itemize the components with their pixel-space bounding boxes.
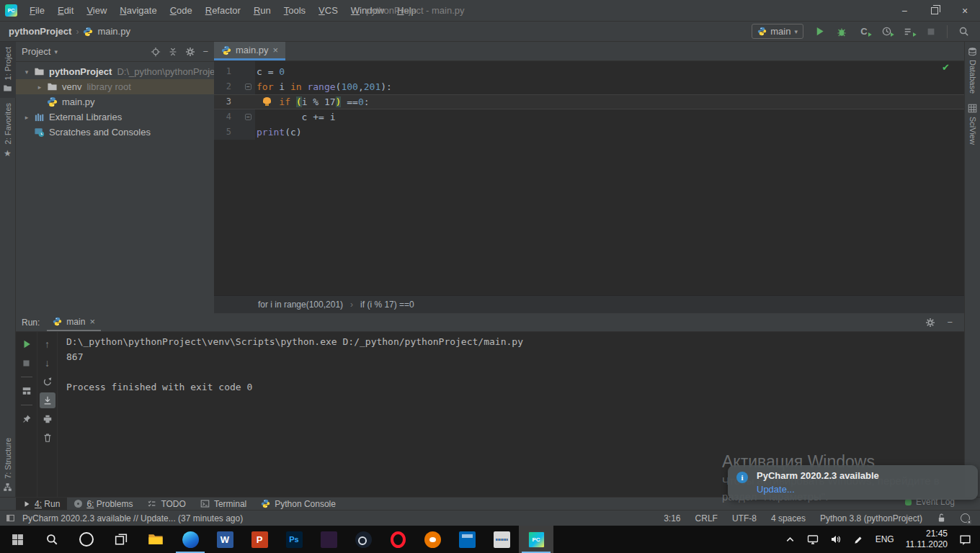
menu-run[interactable]: Run [247,0,277,21]
powerpoint-icon[interactable]: P [242,526,277,553]
restore-layout-button[interactable] [19,383,35,399]
tree-row-scratches[interactable]: Scratches and Consoles [16,125,214,140]
scroll-to-end-button[interactable] [40,392,55,408]
pycharm-taskbar-icon[interactable]: PC [519,526,553,553]
code-editor[interactable]: 1 c = 0 2− for i in range(100,201): 3 if… [214,61,964,295]
menu-navigate[interactable]: Navigate [113,0,163,21]
menu-file[interactable]: File [23,0,51,21]
menu-view[interactable]: View [80,0,113,21]
taskbar-search-icon[interactable] [35,526,69,553]
hide-panel-button[interactable]: − [202,46,208,57]
close-icon[interactable]: × [89,316,95,327]
chevron-right-icon[interactable]: ▸ [33,84,46,91]
coverage-button[interactable]: C [858,25,870,38]
audio-app-icon[interactable] [484,526,519,553]
clock-widget[interactable]: 21:45 11.11.2020 [906,529,948,550]
menu-tools[interactable]: Tools [277,0,312,21]
cortana-icon[interactable] [69,526,104,553]
clear-all-button[interactable] [40,430,55,446]
sidebar-item-sciview[interactable]: SciView [965,99,980,150]
intention-bulb-icon[interactable] [263,97,271,104]
tool-window-python-console[interactable]: Python Console [254,498,343,510]
sidebar-item-favorites[interactable]: 2: Favorites ★ [0,98,16,163]
blender-icon[interactable] [415,526,450,553]
run-tab-main[interactable]: main × [47,313,101,331]
tool-window-problems[interactable]: 6: Problems [67,498,140,510]
tree-row-main-py[interactable]: main.py [16,94,214,109]
caret-position-widget[interactable]: 3:16 [664,513,680,523]
close-icon[interactable]: × [273,45,279,55]
menu-code[interactable]: Code [164,0,199,21]
tool-window-todo[interactable]: TODO [140,498,192,510]
maximize-button[interactable] [919,0,950,22]
gear-icon[interactable] [925,318,935,328]
inspections-ok-icon[interactable]: ✔ [942,62,950,73]
edge-icon[interactable] [173,526,208,553]
hide-panel-button[interactable]: − [947,317,953,328]
line-ending-widget[interactable]: CRLF [695,513,718,523]
print-button[interactable] [40,411,55,427]
minimize-button[interactable]: − [889,0,919,22]
up-stack-trace-button[interactable]: ↑ [40,336,55,352]
menu-edit[interactable]: Edit [51,0,80,21]
tree-row-external-libraries[interactable]: ▸ External Libraries [16,109,214,125]
interpreter-widget[interactable]: Python 3.8 (pythonProject) [820,513,922,523]
down-stack-trace-button[interactable]: ↓ [40,355,55,371]
project-panel-title[interactable]: Project [22,46,50,57]
encoding-widget[interactable]: UTF-8 [732,513,757,523]
indent-widget[interactable]: 4 spaces [771,513,806,523]
photoshop-icon[interactable]: Ps [277,526,311,553]
editor-gutter[interactable]: 1 [214,64,255,79]
chevron-right-icon[interactable]: ▸ [20,114,33,121]
debug-button[interactable] [835,25,848,38]
start-button[interactable] [0,526,35,553]
tab-main-py[interactable]: main.py × [214,42,285,60]
chevron-down-icon[interactable]: ▾ [20,68,33,76]
run-button[interactable] [813,25,826,38]
tool-window-switcher-icon[interactable] [6,513,15,523]
breadcrumb-for-loop[interactable]: for i in range(100,201) [258,300,343,310]
soft-wrap-button[interactable] [40,374,55,390]
locate-file-button[interactable] [151,47,161,57]
lock-icon[interactable] [937,513,946,523]
stop-button[interactable] [19,355,35,371]
fold-marker-icon[interactable]: − [245,114,251,120]
pen-icon[interactable] [853,534,864,545]
update-link[interactable]: Update... [757,484,795,495]
sidebar-item-structure[interactable]: 7: Structure [0,433,16,497]
game-app-icon[interactable] [311,526,346,553]
tool-window-terminal[interactable]: Terminal [193,498,254,510]
breadcrumb-file[interactable]: main.py [97,26,130,37]
fold-marker-icon[interactable]: − [245,84,251,90]
breadcrumb-project[interactable]: pythonProject [9,26,71,37]
collapse-all-button[interactable] [168,47,178,57]
calculator-icon[interactable] [450,526,484,553]
tray-chevron-up-icon[interactable] [785,534,796,545]
tool-window-run[interactable]: 4: Run [16,498,67,510]
editor-gutter[interactable]: 3 [214,94,255,109]
code-with-me-icon[interactable] [961,513,970,523]
opera-icon[interactable] [380,526,415,553]
gear-icon[interactable] [185,47,195,57]
sidebar-item-database[interactable]: Database [965,42,980,99]
run-with-parameters-button[interactable] [902,25,915,38]
menu-refactor[interactable]: Refactor [199,0,247,21]
close-button[interactable]: × [950,0,980,22]
tree-row-project-root[interactable]: ▾ pythonProject D:\_python\pythonProject [16,64,214,79]
search-everywhere-button[interactable] [957,25,970,38]
network-icon[interactable] [807,534,819,545]
steam-icon[interactable] [346,526,380,553]
file-explorer-icon[interactable] [138,526,173,553]
sidebar-item-project[interactable]: 1: Project [0,42,16,98]
task-view-icon[interactable] [104,526,138,553]
stop-button[interactable] [925,25,937,38]
language-indicator[interactable]: ENG [876,534,894,544]
profiler-button[interactable] [880,25,893,38]
word-icon[interactable]: W [208,526,242,553]
status-message[interactable]: PyCharm 2020.2.3 available // Update... … [22,513,243,523]
editor-gutter[interactable]: 2− [214,79,255,94]
editor-gutter[interactable]: 5 [214,125,255,140]
volume-icon[interactable] [830,534,842,545]
menu-vcs[interactable]: VCS [312,0,344,21]
breadcrumb-if-statement[interactable]: if (i % 17) ==0 [360,300,414,310]
